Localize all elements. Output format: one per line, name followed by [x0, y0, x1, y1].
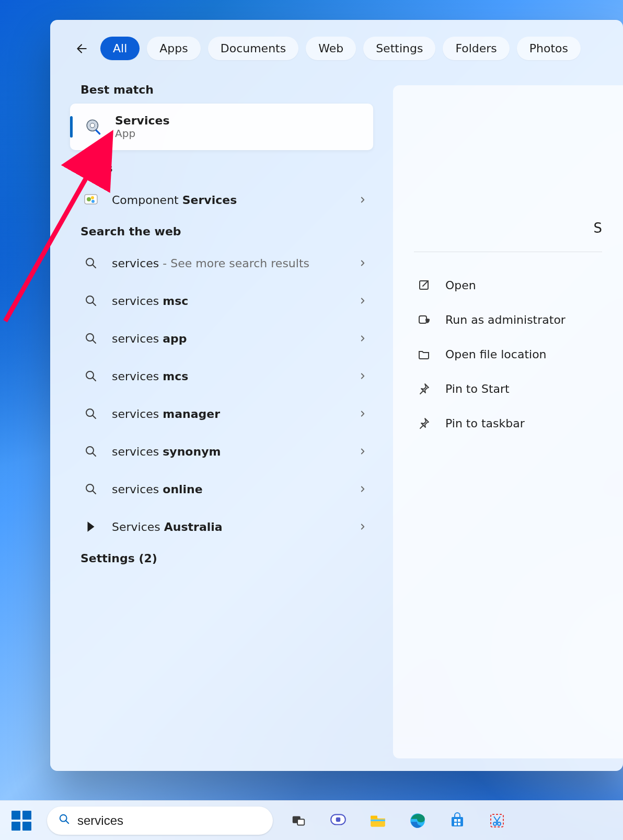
- search-icon: [80, 328, 101, 349]
- search-icon: [59, 813, 70, 827]
- results-column: Best match Services App Apps Component S…: [50, 77, 393, 771]
- preview-action[interactable]: Open file location: [414, 337, 602, 371]
- start-button[interactable]: [7, 807, 36, 835]
- file-explorer-icon[interactable]: [364, 807, 392, 835]
- web-result-label: services msc: [112, 294, 188, 308]
- preview-action-label: Pin to taskbar: [445, 417, 525, 430]
- web-result-label: services - See more search results: [112, 257, 309, 270]
- search-icon: [80, 479, 101, 500]
- web-result-label: Services Australia: [112, 520, 223, 533]
- microsoft-store-icon[interactable]: [443, 807, 471, 835]
- chat-icon[interactable]: [324, 807, 352, 835]
- web-result[interactable]: services - See more search results: [61, 244, 383, 282]
- svg-line-10: [93, 302, 96, 305]
- preview-action-label: Run as administrator: [445, 313, 566, 326]
- pin-icon: [416, 381, 432, 396]
- preview-action[interactable]: Open: [414, 268, 602, 302]
- web-result[interactable]: services app: [61, 320, 383, 357]
- search-icon: [80, 441, 101, 462]
- svg-line-24: [66, 821, 69, 824]
- preview-pane: S OpenRun as administratorOpen file loca…: [393, 85, 623, 758]
- task-view-icon[interactable]: [284, 807, 313, 835]
- svg-rect-36: [458, 823, 460, 825]
- best-match-accent: [70, 116, 73, 138]
- svg-line-8: [93, 265, 96, 268]
- web-result-label: services online: [112, 483, 203, 496]
- svg-line-16: [93, 415, 96, 418]
- svg-line-12: [93, 340, 96, 343]
- svg-rect-26: [297, 819, 304, 825]
- chevron-right-icon[interactable]: [352, 189, 373, 210]
- app-result-component-services[interactable]: Component Services: [61, 181, 383, 219]
- tab-photos[interactable]: Photos: [517, 37, 581, 60]
- svg-point-2: [90, 123, 95, 128]
- pin-icon: [416, 415, 432, 431]
- web-result[interactable]: services synonym: [61, 433, 383, 470]
- app-result-label: Component Services: [112, 194, 237, 207]
- svg-line-14: [93, 378, 96, 381]
- best-match-services[interactable]: Services App: [70, 104, 373, 150]
- chevron-right-icon[interactable]: [352, 366, 373, 387]
- section-settings-count: Settings (2): [61, 546, 383, 571]
- preview-action-label: Pin to Start: [445, 382, 510, 395]
- chevron-right-icon[interactable]: [352, 328, 373, 349]
- chevron-right-icon[interactable]: [352, 479, 373, 500]
- tab-documents[interactable]: Documents: [208, 37, 298, 60]
- svg-point-6: [91, 200, 95, 203]
- web-result[interactable]: services manager: [61, 395, 383, 433]
- preview-action[interactable]: Pin to Start: [414, 371, 602, 406]
- preview-action-label: Open: [445, 279, 476, 292]
- section-best-match: Best match: [61, 77, 383, 103]
- search-icon: [80, 403, 101, 424]
- start-search-flyout: All Apps Documents Web Settings Folders …: [50, 20, 623, 771]
- filter-tab-row: All Apps Documents Web Settings Folders …: [50, 20, 623, 77]
- taskbar-search-box[interactable]: [47, 807, 273, 835]
- preview-action[interactable]: Run as administrator: [414, 302, 602, 337]
- back-arrow-icon: [75, 42, 88, 55]
- web-result-label: services synonym: [112, 445, 221, 458]
- chevron-right-icon[interactable]: [352, 290, 373, 311]
- snipping-tool-icon[interactable]: [483, 807, 511, 835]
- chevron-right-icon[interactable]: [352, 516, 373, 537]
- web-result[interactable]: services online: [61, 470, 383, 508]
- tab-all[interactable]: All: [100, 37, 140, 60]
- web-result-label: services manager: [112, 407, 220, 421]
- svg-rect-33: [454, 819, 457, 822]
- svg-rect-28: [336, 817, 341, 822]
- tab-settings[interactable]: Settings: [363, 37, 435, 60]
- svg-rect-29: [371, 815, 377, 818]
- svg-line-18: [93, 453, 96, 456]
- web-result[interactable]: services mcs: [61, 357, 383, 395]
- search-icon: [80, 290, 101, 311]
- services-icon: [84, 117, 105, 138]
- preview-title-fragment: S: [593, 220, 602, 236]
- folder-icon: [416, 346, 432, 362]
- svg-rect-22: [419, 316, 426, 323]
- edge-icon[interactable]: [403, 807, 432, 835]
- web-result[interactable]: services msc: [61, 282, 383, 320]
- component-services-icon: [80, 189, 101, 210]
- tab-apps[interactable]: Apps: [147, 37, 200, 60]
- preview-action[interactable]: Pin to taskbar: [414, 406, 602, 440]
- svg-rect-34: [458, 819, 460, 822]
- svg-rect-35: [454, 823, 457, 825]
- web-result-label: services app: [112, 332, 187, 345]
- taskbar: [0, 800, 623, 840]
- chevron-right-icon[interactable]: [352, 441, 373, 462]
- chevron-right-icon[interactable]: [352, 253, 373, 274]
- web-result[interactable]: Services Australia: [61, 508, 383, 546]
- divider: [414, 252, 602, 252]
- tab-web[interactable]: Web: [306, 37, 356, 60]
- best-match-title: Services: [115, 114, 170, 127]
- tab-folders[interactable]: Folders: [443, 37, 509, 60]
- search-icon: [80, 253, 101, 274]
- section-apps: Apps: [61, 155, 383, 181]
- chevron-right-icon[interactable]: [352, 403, 373, 424]
- web-result-label: services mcs: [112, 370, 188, 383]
- best-match-subtitle: App: [115, 127, 170, 140]
- section-search-web: Search the web: [61, 219, 383, 244]
- preview-action-label: Open file location: [445, 348, 547, 361]
- svg-rect-32: [452, 817, 463, 826]
- back-button[interactable]: [70, 37, 93, 60]
- taskbar-search-input[interactable]: [77, 813, 261, 828]
